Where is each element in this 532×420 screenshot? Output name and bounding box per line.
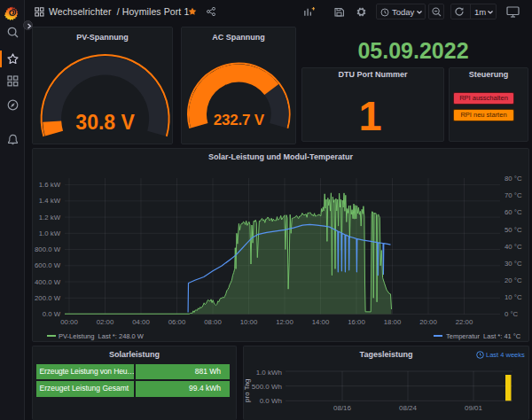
svg-text:400.0 W: 400.0 W bbox=[35, 278, 61, 286]
svg-text:40 °C: 40 °C bbox=[505, 243, 522, 251]
svg-text:22:00: 22:00 bbox=[456, 318, 473, 326]
svg-text:20 °C: 20 °C bbox=[505, 276, 522, 284]
svg-text:500.0 Wh: 500.0 Wh bbox=[252, 383, 282, 391]
svg-text:10:00: 10:00 bbox=[240, 318, 258, 326]
svg-text:1.0 kWh: 1.0 kWh bbox=[256, 369, 282, 377]
svg-text:04:00: 04:00 bbox=[132, 318, 150, 326]
svg-text:20:00: 20:00 bbox=[419, 318, 437, 326]
svg-text:18:00: 18:00 bbox=[384, 318, 402, 326]
svg-text:08/16: 08/16 bbox=[333, 404, 352, 412]
svg-text:60 °C: 60 °C bbox=[505, 208, 522, 216]
svg-text:50 °C: 50 °C bbox=[505, 226, 522, 234]
svg-text:06:00: 06:00 bbox=[168, 318, 186, 326]
svg-text:70 °C: 70 °C bbox=[505, 191, 522, 199]
svg-text:02:00: 02:00 bbox=[97, 318, 114, 326]
svg-text:600.0 W: 600.0 W bbox=[35, 261, 61, 269]
svg-text:30 °C: 30 °C bbox=[505, 260, 522, 268]
svg-text:16:00: 16:00 bbox=[348, 318, 365, 326]
svg-text:0.0 W: 0.0 W bbox=[43, 310, 61, 318]
svg-text:pro Tag: pro Tag bbox=[244, 378, 252, 402]
svg-text:1.2 kW: 1.2 kW bbox=[39, 214, 61, 222]
svg-text:1.6 kW: 1.6 kW bbox=[39, 181, 61, 189]
svg-text:30.8 V: 30.8 V bbox=[75, 111, 135, 134]
svg-text:1.4 kW: 1.4 kW bbox=[39, 197, 61, 205]
svg-text:10 °C: 10 °C bbox=[505, 293, 522, 301]
svg-text:12:00: 12:00 bbox=[276, 318, 293, 326]
svg-text:14:00: 14:00 bbox=[312, 318, 330, 326]
svg-text:0 °C: 0 °C bbox=[505, 310, 519, 318]
svg-text:232.7 V: 232.7 V bbox=[214, 112, 265, 128]
svg-text:08:00: 08:00 bbox=[204, 318, 222, 326]
svg-text:80 °C: 80 °C bbox=[505, 175, 522, 183]
svg-text:0.0 Wh: 0.0 Wh bbox=[260, 397, 282, 405]
svg-text:08/24: 08/24 bbox=[399, 404, 418, 412]
svg-text:200.0 W: 200.0 W bbox=[35, 294, 61, 302]
svg-text:800.0 W: 800.0 W bbox=[35, 245, 61, 253]
svg-text:09/01: 09/01 bbox=[465, 404, 483, 412]
svg-text:00:00: 00:00 bbox=[60, 318, 78, 326]
svg-text:1.0 kW: 1.0 kW bbox=[39, 229, 61, 237]
